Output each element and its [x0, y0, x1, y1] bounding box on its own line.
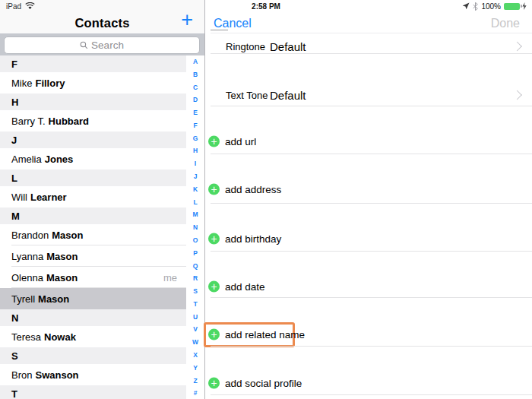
section-header: H: [0, 93, 186, 110]
contact-last-name: Mason: [52, 230, 83, 241]
contact-row[interactable]: MikeFillory: [0, 72, 186, 93]
index-letter[interactable]: L: [193, 199, 197, 206]
index-letter[interactable]: X: [193, 352, 198, 359]
section-header: L: [0, 169, 186, 186]
contact-row[interactable]: AmeliaJones: [0, 148, 186, 169]
add-icon[interactable]: +: [208, 233, 220, 245]
index-letter[interactable]: Z: [193, 378, 197, 385]
index-letter[interactable]: D: [193, 97, 198, 103]
ringtone-row[interactable]: RingtoneDefault: [205, 35, 532, 58]
row-divider: [211, 346, 532, 347]
contacts-panel: Contacts + Search FMikeFilloryHBarry T.H…: [0, 0, 205, 399]
contact-edit-panel: Cancel Done RingtoneDefaultText ToneDefa…: [205, 0, 532, 399]
field-value: Default: [270, 89, 306, 102]
scrolled-row-separator: [211, 30, 228, 30]
add-row-label: add url: [225, 136, 256, 147]
contact-last-name: Swanson: [35, 369, 78, 381]
index-letter[interactable]: Y: [193, 365, 198, 372]
add-row-label: add related name: [225, 329, 305, 340]
index-letter[interactable]: G: [193, 135, 198, 142]
contact-last-name: Nowak: [44, 331, 76, 343]
search-placeholder: Search: [91, 40, 124, 51]
index-letter[interactable]: P: [193, 250, 198, 257]
index-letter[interactable]: #: [194, 390, 198, 397]
add-address-row[interactable]: +add address: [205, 178, 532, 201]
contact-row[interactable]: OlennaMasonme: [0, 267, 186, 288]
index-letter[interactable]: H: [193, 147, 198, 154]
location-arrow-icon: [462, 2, 470, 10]
row-divider: [211, 154, 532, 154]
search-bar-background: Search: [0, 33, 204, 55]
contact-first-name: Mike: [11, 78, 32, 89]
add-social-profile-row[interactable]: +add social profile: [205, 372, 532, 394]
battery-percent: 100%: [481, 2, 501, 11]
chevron-right-icon: [512, 42, 522, 52]
add-icon[interactable]: +: [208, 136, 220, 147]
add-icon[interactable]: +: [208, 329, 220, 340]
index-letter[interactable]: Q: [193, 263, 198, 270]
add-row-label: add birthday: [225, 233, 281, 245]
index-letter[interactable]: V: [193, 326, 198, 333]
search-input[interactable]: Search: [4, 36, 200, 54]
add-icon[interactable]: +: [208, 378, 220, 389]
index-letter[interactable]: T: [193, 301, 197, 308]
row-divider: [211, 106, 532, 106]
index-letter[interactable]: K: [193, 186, 198, 193]
section-header: S: [0, 347, 186, 364]
ipad-screen: Contacts + Search FMikeFilloryHBarry T.H…: [0, 0, 532, 399]
add-related-name-row[interactable]: +add related name: [205, 323, 532, 346]
add-url-row[interactable]: +add url: [205, 130, 532, 153]
index-letter[interactable]: C: [193, 84, 198, 91]
page-title: Contacts: [0, 16, 204, 30]
done-button[interactable]: Done: [491, 17, 520, 30]
contact-last-name: Learner: [30, 192, 67, 203]
add-icon[interactable]: +: [208, 281, 220, 293]
status-right: 100%: [462, 2, 527, 11]
contact-row[interactable]: Barry T.Hubbard: [0, 110, 186, 131]
status-time: 2:58 PM: [0, 2, 532, 11]
contact-last-name: Jones: [45, 154, 74, 165]
index-letter[interactable]: N: [193, 224, 198, 231]
contact-row[interactable]: LyannaMason: [0, 245, 186, 267]
index-letter[interactable]: R: [193, 275, 198, 282]
index-letter[interactable]: A: [193, 59, 198, 65]
chevron-right-icon: [512, 90, 522, 100]
section-header: T: [0, 385, 186, 399]
index-letter[interactable]: E: [193, 109, 198, 116]
index-letter[interactable]: U: [193, 314, 198, 321]
index-letter[interactable]: I: [195, 160, 196, 167]
index-letter[interactable]: J: [194, 173, 198, 180]
index-letter[interactable]: B: [193, 71, 198, 78]
index-letter[interactable]: M: [192, 211, 198, 218]
add-row-label: add address: [225, 184, 281, 195]
contact-first-name: Lyanna: [11, 251, 43, 262]
add-contact-button[interactable]: +: [181, 10, 193, 30]
index-letter[interactable]: W: [192, 339, 198, 346]
group-top-separator: [211, 33, 532, 33]
text-tone-row[interactable]: Text ToneDefault: [205, 84, 532, 106]
contact-row[interactable]: BrandonMason: [0, 224, 186, 245]
section-header: F: [0, 55, 186, 72]
index-letter[interactable]: F: [193, 122, 197, 129]
add-birthday-row[interactable]: +add birthday: [205, 227, 532, 250]
contact-first-name: Barry T.: [11, 116, 46, 127]
contact-row[interactable]: TyrellMason: [0, 288, 186, 309]
contact-first-name: Amelia: [11, 154, 42, 165]
index-letter[interactable]: S: [193, 288, 198, 295]
add-row-label: add date: [225, 281, 265, 293]
add-icon[interactable]: +: [208, 184, 220, 195]
row-divider: [211, 297, 532, 298]
add-date-row[interactable]: +add date: [205, 275, 532, 298]
index-letter[interactable]: O: [193, 237, 198, 244]
contact-row[interactable]: TeresaNowak: [0, 326, 186, 347]
contact-row[interactable]: WillLearner: [0, 186, 186, 207]
row-divider: [211, 53, 532, 54]
alphabet-index[interactable]: ABCDEFGHIJKLMNOPQRSTUVWXYZ#: [186, 59, 204, 397]
cancel-button[interactable]: Cancel: [214, 17, 252, 30]
contact-first-name: Will: [11, 192, 27, 203]
contact-list: FMikeFilloryHBarry T.HubbardJAmeliaJones…: [0, 55, 186, 399]
section-header: J: [0, 131, 186, 148]
contact-first-name: Bron: [11, 369, 32, 381]
contact-row[interactable]: BronSwanson: [0, 364, 186, 385]
contact-first-name: Olenna: [11, 272, 43, 283]
